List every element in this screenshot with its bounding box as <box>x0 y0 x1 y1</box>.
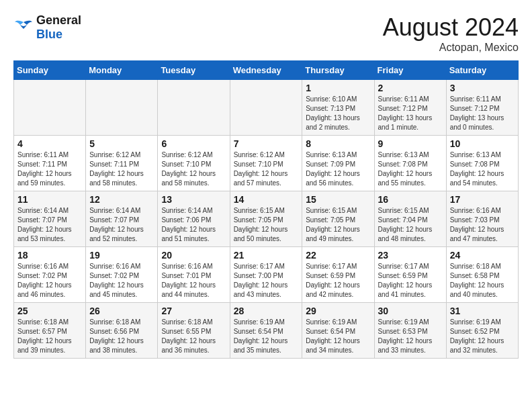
day-number: 28 <box>234 306 299 316</box>
day-info: Sunrise: 6:12 AM Sunset: 7:10 PM Dayligh… <box>161 150 226 188</box>
calendar-cell <box>14 80 86 136</box>
day-info: Sunrise: 6:18 AM Sunset: 6:56 PM Dayligh… <box>89 318 154 355</box>
calendar-cell: 13Sunrise: 6:14 AM Sunset: 7:06 PM Dayli… <box>158 191 230 247</box>
week-row-4: 18Sunrise: 6:16 AM Sunset: 7:02 PM Dayli… <box>14 247 519 303</box>
day-number: 24 <box>450 250 515 261</box>
day-info: Sunrise: 6:11 AM Sunset: 7:12 PM Dayligh… <box>378 95 443 132</box>
day-number: 8 <box>306 138 370 149</box>
logo: General Blue <box>13 13 81 42</box>
day-info: Sunrise: 6:19 AM Sunset: 6:52 PM Dayligh… <box>450 318 515 355</box>
calendar-cell: 17Sunrise: 6:16 AM Sunset: 7:03 PM Dayli… <box>446 191 518 247</box>
week-row-3: 11Sunrise: 6:14 AM Sunset: 7:07 PM Dayli… <box>14 191 519 247</box>
day-number: 29 <box>306 306 370 316</box>
calendar-cell: 8Sunrise: 6:13 AM Sunset: 7:09 PM Daylig… <box>302 136 374 191</box>
header-tuesday: Tuesday <box>158 61 230 80</box>
day-number: 12 <box>89 194 154 205</box>
calendar-cell: 21Sunrise: 6:17 AM Sunset: 7:00 PM Dayli… <box>230 247 302 303</box>
calendar-header: SundayMondayTuesdayWednesdayThursdayFrid… <box>14 61 519 80</box>
header-saturday: Saturday <box>446 61 518 80</box>
header-sunday: Sunday <box>14 61 86 80</box>
day-number: 19 <box>89 250 154 261</box>
day-number: 18 <box>17 250 82 261</box>
calendar-cell: 20Sunrise: 6:16 AM Sunset: 7:01 PM Dayli… <box>158 247 230 303</box>
day-info: Sunrise: 6:14 AM Sunset: 7:06 PM Dayligh… <box>161 206 226 244</box>
calendar-cell <box>230 80 302 136</box>
day-info: Sunrise: 6:11 AM Sunset: 7:12 PM Dayligh… <box>450 95 515 132</box>
header-thursday: Thursday <box>302 61 374 80</box>
calendar-cell: 29Sunrise: 6:19 AM Sunset: 6:54 PM Dayli… <box>302 303 374 359</box>
calendar-cell: 9Sunrise: 6:13 AM Sunset: 7:08 PM Daylig… <box>374 136 446 191</box>
day-info: Sunrise: 6:15 AM Sunset: 7:05 PM Dayligh… <box>234 206 299 244</box>
calendar-cell: 4Sunrise: 6:11 AM Sunset: 7:11 PM Daylig… <box>14 136 86 191</box>
day-number: 13 <box>161 194 226 205</box>
day-info: Sunrise: 6:14 AM Sunset: 7:07 PM Dayligh… <box>89 206 154 244</box>
calendar-cell: 3Sunrise: 6:11 AM Sunset: 7:12 PM Daylig… <box>446 80 518 136</box>
day-number: 2 <box>378 83 443 93</box>
day-info: Sunrise: 6:13 AM Sunset: 7:08 PM Dayligh… <box>450 150 515 188</box>
calendar-cell: 7Sunrise: 6:12 AM Sunset: 7:10 PM Daylig… <box>230 136 302 191</box>
day-info: Sunrise: 6:16 AM Sunset: 7:02 PM Dayligh… <box>17 262 82 300</box>
calendar-cell: 14Sunrise: 6:15 AM Sunset: 7:05 PM Dayli… <box>230 191 302 247</box>
calendar-cell: 28Sunrise: 6:19 AM Sunset: 6:54 PM Dayli… <box>230 303 302 359</box>
day-info: Sunrise: 6:18 AM Sunset: 6:57 PM Dayligh… <box>17 318 82 355</box>
day-number: 4 <box>17 138 82 149</box>
calendar-cell <box>86 80 158 136</box>
day-number: 25 <box>17 306 82 316</box>
calendar-cell: 31Sunrise: 6:19 AM Sunset: 6:52 PM Dayli… <box>446 303 518 359</box>
calendar-cell: 2Sunrise: 6:11 AM Sunset: 7:12 PM Daylig… <box>374 80 446 136</box>
day-info: Sunrise: 6:15 AM Sunset: 7:04 PM Dayligh… <box>378 206 443 244</box>
day-info: Sunrise: 6:15 AM Sunset: 7:05 PM Dayligh… <box>306 206 370 244</box>
day-info: Sunrise: 6:13 AM Sunset: 7:08 PM Dayligh… <box>378 150 443 188</box>
day-info: Sunrise: 6:16 AM Sunset: 7:02 PM Dayligh… <box>89 262 154 300</box>
day-info: Sunrise: 6:19 AM Sunset: 6:53 PM Dayligh… <box>378 318 443 355</box>
page-header: General Blue August 2024 Actopan, Mexico <box>13 13 519 54</box>
day-number: 5 <box>89 138 154 149</box>
day-info: Sunrise: 6:16 AM Sunset: 7:03 PM Dayligh… <box>450 206 515 244</box>
day-number: 30 <box>378 306 443 316</box>
calendar-cell: 11Sunrise: 6:14 AM Sunset: 7:07 PM Dayli… <box>14 191 86 247</box>
day-info: Sunrise: 6:18 AM Sunset: 6:58 PM Dayligh… <box>450 262 515 300</box>
day-info: Sunrise: 6:17 AM Sunset: 7:00 PM Dayligh… <box>234 262 299 300</box>
week-row-1: 1Sunrise: 6:10 AM Sunset: 7:13 PM Daylig… <box>14 80 519 136</box>
day-number: 6 <box>161 138 226 149</box>
calendar-cell: 16Sunrise: 6:15 AM Sunset: 7:04 PM Dayli… <box>374 191 446 247</box>
day-info: Sunrise: 6:10 AM Sunset: 7:13 PM Dayligh… <box>306 95 370 132</box>
day-number: 11 <box>17 194 82 205</box>
calendar-cell: 5Sunrise: 6:12 AM Sunset: 7:11 PM Daylig… <box>86 136 158 191</box>
day-info: Sunrise: 6:14 AM Sunset: 7:07 PM Dayligh… <box>17 206 82 244</box>
calendar-cell: 18Sunrise: 6:16 AM Sunset: 7:02 PM Dayli… <box>14 247 86 303</box>
day-number: 20 <box>161 250 226 261</box>
day-number: 31 <box>450 306 515 316</box>
header-wednesday: Wednesday <box>230 61 302 80</box>
day-number: 1 <box>306 83 370 93</box>
calendar-cell: 23Sunrise: 6:17 AM Sunset: 6:59 PM Dayli… <box>374 247 446 303</box>
calendar-cell: 26Sunrise: 6:18 AM Sunset: 6:56 PM Dayli… <box>86 303 158 359</box>
calendar-cell: 27Sunrise: 6:18 AM Sunset: 6:55 PM Dayli… <box>158 303 230 359</box>
calendar-cell: 1Sunrise: 6:10 AM Sunset: 7:13 PM Daylig… <box>302 80 374 136</box>
week-row-5: 25Sunrise: 6:18 AM Sunset: 6:57 PM Dayli… <box>14 303 519 359</box>
day-number: 23 <box>378 250 443 261</box>
day-number: 14 <box>234 194 299 205</box>
calendar-cell: 6Sunrise: 6:12 AM Sunset: 7:10 PM Daylig… <box>158 136 230 191</box>
day-number: 17 <box>450 194 515 205</box>
day-number: 3 <box>450 83 515 93</box>
header-friday: Friday <box>374 61 446 80</box>
calendar-cell: 24Sunrise: 6:18 AM Sunset: 6:58 PM Dayli… <box>446 247 518 303</box>
day-info: Sunrise: 6:19 AM Sunset: 6:54 PM Dayligh… <box>234 318 299 355</box>
calendar-body: 1Sunrise: 6:10 AM Sunset: 7:13 PM Daylig… <box>14 80 519 359</box>
day-number: 10 <box>450 138 515 149</box>
day-info: Sunrise: 6:12 AM Sunset: 7:10 PM Dayligh… <box>234 150 299 188</box>
header-monday: Monday <box>86 61 158 80</box>
day-info: Sunrise: 6:13 AM Sunset: 7:09 PM Dayligh… <box>306 150 370 188</box>
day-info: Sunrise: 6:18 AM Sunset: 6:55 PM Dayligh… <box>161 318 226 355</box>
day-number: 21 <box>234 250 299 261</box>
day-info: Sunrise: 6:17 AM Sunset: 6:59 PM Dayligh… <box>306 262 370 300</box>
calendar-cell: 30Sunrise: 6:19 AM Sunset: 6:53 PM Dayli… <box>374 303 446 359</box>
logo-icon <box>13 19 34 36</box>
week-row-2: 4Sunrise: 6:11 AM Sunset: 7:11 PM Daylig… <box>14 136 519 191</box>
calendar-cell <box>158 80 230 136</box>
day-number: 22 <box>306 250 370 261</box>
day-number: 27 <box>161 306 226 316</box>
calendar-cell: 22Sunrise: 6:17 AM Sunset: 6:59 PM Dayli… <box>302 247 374 303</box>
day-info: Sunrise: 6:11 AM Sunset: 7:11 PM Dayligh… <box>17 150 82 188</box>
